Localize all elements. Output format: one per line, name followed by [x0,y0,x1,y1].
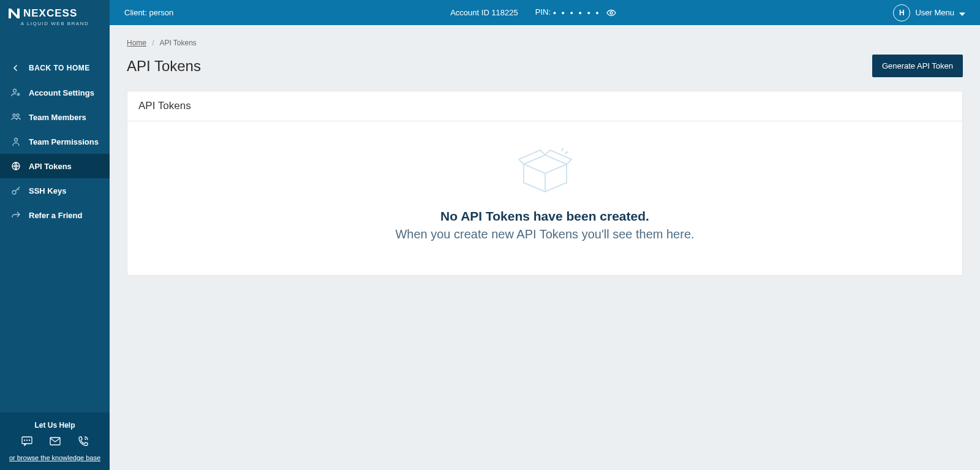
svg-point-12 [610,12,612,14]
nav-team-members[interactable]: Team Members [0,105,110,129]
nav-refer-friend[interactable]: Refer a Friend [0,203,110,227]
breadcrumb-current: API Tokens [159,39,196,47]
nav-ssh-keys[interactable]: SSH Keys [0,178,110,203]
empty-state-title: No API Tokens have been created. [140,209,950,224]
svg-point-8 [24,440,24,441]
account-id: Account ID 118225 [450,8,518,17]
svg-rect-11 [50,438,60,445]
card-header: API Tokens [127,91,962,121]
client-label: Client: person [124,8,173,17]
chevron-down-icon [959,10,965,16]
svg-point-0 [13,89,17,93]
api-tokens-card: API Tokens No API Tokens have been creat… [127,91,963,276]
empty-state-subtitle: When you create new API Tokens you'll se… [140,227,950,241]
logo-mark-icon [9,9,20,18]
topbar: Client: person Account ID 118225 PIN: ● … [110,0,980,25]
pin-dots: ● ● ● ● ● ● [553,10,601,16]
chevron-left-icon [11,63,21,73]
svg-point-6 [12,191,16,194]
phone-icon[interactable] [78,436,89,447]
chat-icon[interactable] [21,436,32,447]
pin-block: PIN: ● ● ● ● ● ● [535,7,617,18]
svg-point-2 [13,114,15,116]
user-menu[interactable]: H User Menu [893,4,965,21]
nav-account-settings[interactable]: Account Settings [0,80,110,105]
generate-api-token-button[interactable]: Generate API Token [872,55,963,77]
nav-item-label: API Tokens [29,162,72,171]
svg-point-3 [17,114,19,116]
content: Home / API Tokens API Tokens Generate AP… [110,25,980,289]
nav-item-label: SSH Keys [29,186,66,195]
nav-item-label: Team Permissions [29,137,99,146]
main: Client: person Account ID 118225 PIN: ● … [110,0,980,470]
key-icon [11,186,21,195]
breadcrumb: Home / API Tokens [127,39,963,47]
breadcrumb-home[interactable]: Home [127,39,146,47]
page-title: API Tokens [127,58,201,75]
svg-point-1 [18,94,19,95]
nav-back-to-home[interactable]: BACK TO HOME [0,56,110,80]
sidebar: NEXCESS A LIQUID WEB BRAND BACK TO HOME … [0,0,110,470]
sidebar-footer: Let Us Help or browse the knowledge base [0,412,110,470]
nav-back-label: BACK TO HOME [29,64,90,72]
nav-item-label: Refer a Friend [29,211,82,220]
svg-point-9 [26,440,27,441]
user-gear-icon [11,88,21,97]
empty-box-icon [518,146,573,198]
avatar: H [893,4,910,21]
svg-point-10 [29,440,29,441]
page-header: API Tokens Generate API Token [127,55,963,77]
nav-item-label: Team Members [29,113,86,122]
brand-name: NEXCESS [23,7,77,20]
nav-item-label: Account Settings [29,88,94,97]
nav-api-tokens[interactable]: API Tokens [0,154,110,178]
card-body: No API Tokens have been created. When yo… [127,121,962,275]
eye-icon[interactable] [606,8,616,18]
knowledge-base-link[interactable]: or browse the knowledge base [0,454,110,461]
users-icon [11,112,21,122]
help-label: Let Us Help [0,421,110,430]
brand-tagline: A LIQUID WEB BRAND [9,21,101,26]
sidebar-nav: BACK TO HOME Account Settings Team Membe… [0,32,110,412]
brand-logo[interactable]: NEXCESS A LIQUID WEB BRAND [0,0,110,32]
user-menu-label: User Menu [915,8,954,17]
mail-icon[interactable] [50,436,61,447]
nav-team-permissions[interactable]: Team Permissions [0,129,110,154]
globe-icon [11,161,21,171]
user-shield-icon [11,137,21,146]
svg-point-4 [15,138,18,142]
share-icon [11,210,21,220]
